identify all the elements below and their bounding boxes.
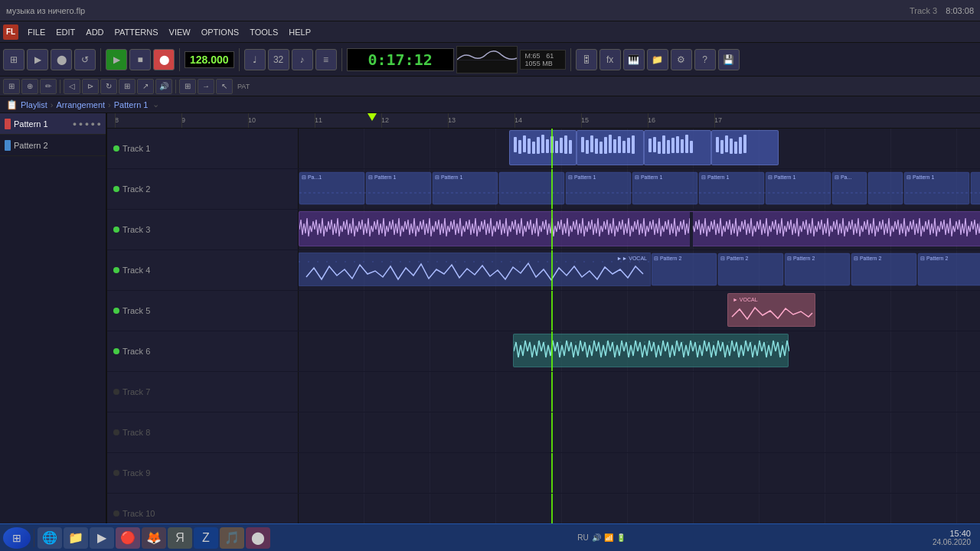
app-logo[interactable]: FL: [3, 24, 18, 40]
pattern-2-color: [5, 140, 11, 151]
track-1-block-1[interactable]: [509, 130, 577, 165]
tool-zoom[interactable]: ⊞: [119, 79, 136, 94]
taskbar-folder[interactable]: 📁: [64, 527, 88, 549]
network-icon[interactable]: 📶: [604, 533, 613, 542]
track-5-vocal-block[interactable]: ► VOCAL: [727, 293, 815, 327]
mixer-icon-btn[interactable]: 🎛: [576, 49, 597, 70]
menu-item-options[interactable]: OPTIONS: [197, 26, 244, 38]
track-3-active: [113, 227, 119, 233]
taskbar-firefox[interactable]: 🦊: [142, 527, 166, 549]
pattern-btn[interactable]: ▶: [27, 49, 48, 70]
taskbar-app1[interactable]: 🔴: [116, 527, 140, 549]
pattern-1-label: Pattern 1: [14, 119, 48, 129]
tool-loop2[interactable]: ↻: [100, 79, 117, 94]
loop-btn[interactable]: ↺: [74, 49, 96, 70]
tool-pencil[interactable]: ✏: [40, 79, 57, 94]
taskbar-record[interactable]: ⬤: [246, 527, 270, 549]
svg-rect-36: [716, 137, 719, 152]
taskbar-fl-icon[interactable]: 🎵: [220, 527, 244, 549]
track-6-content[interactable]: [299, 331, 980, 371]
tempo2-btn[interactable]: ♪: [292, 49, 313, 70]
pattern-empty-area: [0, 156, 106, 523]
play-btn[interactable]: ▶: [106, 49, 127, 70]
sep3: [239, 48, 240, 71]
breadcrumb-playlist[interactable]: Playlist: [21, 100, 47, 109]
svg-rect-26: [648, 139, 652, 152]
pattern-item-1[interactable]: Pattern 1 ● ● ● ● ●: [0, 113, 106, 135]
track-9-name: Track 9: [122, 468, 150, 478]
svg-text:⊟ Pattern 1: ⊟ Pattern 1: [906, 174, 934, 180]
track-8-content[interactable]: [299, 412, 980, 452]
save-btn[interactable]: 💾: [718, 49, 740, 70]
tool-move[interactable]: ⊕: [21, 79, 38, 94]
tool-select[interactable]: ⊞: [3, 79, 20, 94]
breadcrumb-pattern[interactable]: Pattern 1: [114, 100, 149, 109]
step32-btn[interactable]: 32: [268, 49, 289, 70]
pattern-1-color: [5, 119, 11, 129]
snap-btn[interactable]: ⊞: [3, 49, 24, 70]
stop-btn[interactable]: ■: [129, 49, 151, 70]
taskbar-yandex[interactable]: Я: [168, 527, 192, 549]
svg-rect-16: [590, 135, 593, 152]
svg-rect-88: [514, 334, 789, 368]
taskbar-ie[interactable]: 🌐: [38, 527, 62, 549]
ruler-line-8: [115, 113, 116, 129]
record-mode-btn[interactable]: ⬤: [51, 49, 72, 70]
track-7-content[interactable]: [299, 372, 980, 412]
piano-btn[interactable]: 🎹: [623, 49, 645, 70]
menu-item-view[interactable]: VIEW: [165, 26, 195, 38]
track-3-wave-block[interactable]: [299, 211, 980, 246]
tool-detach[interactable]: ↗: [137, 79, 154, 94]
pattern-item-2[interactable]: Pattern 2: [0, 135, 106, 156]
track-1-playhead: [551, 129, 553, 168]
breadcrumb-expand[interactable]: ⌄: [152, 99, 159, 109]
start-button[interactable]: ⊞: [3, 527, 31, 549]
breadcrumb-arrangement[interactable]: Arrangement: [57, 100, 106, 109]
metronome-btn[interactable]: ♩: [244, 49, 266, 70]
track-label-6: Track 6: [107, 331, 299, 371]
track-4-content[interactable]: ►► VOCAL ⊟ Pattern 2 ⊟ Pattern 2 ⊟ Patte…: [299, 250, 980, 290]
menu-item-patterns[interactable]: PATTERNS: [110, 26, 163, 38]
svg-rect-12: [564, 135, 567, 154]
record-btn[interactable]: ⬤: [153, 49, 175, 70]
track-1-block-2[interactable]: [577, 130, 644, 165]
fx-btn[interactable]: fx: [599, 49, 621, 70]
playhead-marker[interactable]: [368, 113, 377, 121]
track-3-content[interactable]: [299, 210, 980, 249]
mode-grid[interactable]: ⊞: [179, 79, 196, 94]
mixer-btn[interactable]: ≡: [315, 49, 337, 70]
mode-arrow[interactable]: →: [198, 79, 214, 94]
taskbar: ⊞ 🌐 📁 ▶ 🔴 🦊 Я Z 🎵 ⬤ RU 🔊 📶 🔋 15:40 24.06…: [0, 523, 980, 551]
tool-record2[interactable]: ⊳: [82, 79, 99, 94]
main-content: Pattern 1 ● ● ● ● ● Pattern 2 8910111213…: [0, 113, 980, 523]
track-4-audio[interactable]: ►► VOCAL: [299, 253, 651, 286]
taskbar-media[interactable]: ▶: [90, 527, 114, 549]
menu-item-help[interactable]: HELP: [284, 26, 315, 38]
menu-item-edit[interactable]: EDIT: [51, 26, 80, 38]
ruler-line-12: [381, 113, 382, 129]
browser-btn[interactable]: 📁: [647, 49, 668, 70]
track-6-audio-block[interactable]: [513, 334, 789, 367]
menu-item-file[interactable]: FILE: [23, 26, 50, 38]
track-1-block-4[interactable]: [711, 130, 779, 165]
mode-cursor[interactable]: ↖: [216, 79, 233, 94]
track-5-content[interactable]: ► VOCAL: [299, 291, 980, 331]
bpm-display[interactable]: 128.000: [185, 51, 234, 68]
track-6-playhead: [551, 331, 553, 371]
tool-play-from[interactable]: ◁: [64, 79, 80, 94]
sound-icon[interactable]: 🔊: [592, 533, 601, 542]
svg-rect-70: [299, 253, 651, 286]
title-bar: музыка из ничего.flp Track 3 8:03:08: [0, 0, 980, 21]
track-2-content[interactable]: ⊟ Pa...1 ⊟ Pattern 1 ⊟ Pattern 1 ⊟ Patte…: [299, 169, 980, 209]
plugin-btn[interactable]: ⚙: [671, 49, 692, 70]
track-1-block-3[interactable]: [644, 130, 711, 165]
tool-speaker[interactable]: 🔊: [155, 79, 172, 94]
taskbar-app2[interactable]: Z: [194, 527, 218, 549]
menu-item-add[interactable]: ADD: [81, 26, 108, 38]
track-10-content[interactable]: [299, 494, 980, 523]
menu-item-tools[interactable]: TOOLS: [245, 26, 283, 38]
track-1-content[interactable]: [299, 129, 980, 168]
svg-rect-28: [658, 142, 661, 154]
track-9-content[interactable]: [299, 453, 980, 493]
question-btn[interactable]: ?: [694, 49, 716, 70]
